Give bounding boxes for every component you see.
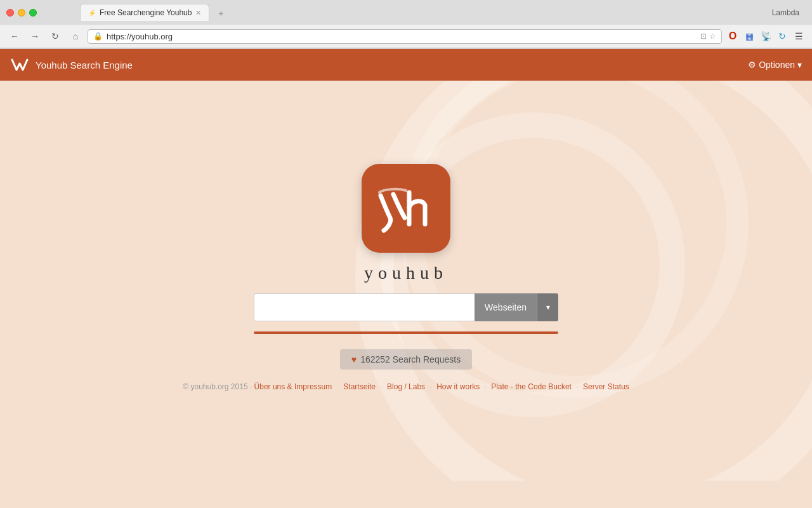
search-dropdown-button[interactable]: ▾ — [537, 293, 558, 321]
options-label: Optionen — [759, 60, 795, 70]
site-logo — [362, 164, 450, 253]
close-window-button[interactable] — [6, 9, 14, 17]
brand-name: Youhub Search Engine — [36, 60, 133, 70]
footer-separator-4: · — [485, 382, 487, 391]
home-button[interactable]: ⌂ — [67, 28, 84, 44]
browser-titlebar: ⚡ Free Searchengine Youhub ✕ + Lambda — [0, 0, 812, 25]
footer-separator-1: · — [337, 382, 339, 391]
page-content: youhub Webseiten ▾ ♥ 162252 Search Reque… — [0, 81, 812, 481]
opera-icon[interactable]: O — [726, 29, 740, 43]
heart-icon: ♥ — [351, 354, 357, 364]
menu-icon[interactable]: ☰ — [792, 29, 806, 43]
search-requests-badge: ♥ 162252 Search Requests — [340, 349, 472, 370]
search-button-label: Webseiten — [485, 302, 527, 312]
site-name: youhub — [364, 263, 448, 283]
browser-profile: Lambda — [766, 6, 806, 20]
browser-toolbar-icons: O ▦ 📡 ↻ ☰ — [726, 29, 806, 43]
footer-separator-5: · — [576, 382, 578, 391]
tab-bar: ⚡ Free Searchengine Youhub ✕ + — [42, 4, 761, 21]
search-button[interactable]: Webseiten — [475, 293, 537, 321]
footer-link-about[interactable]: Über uns & Impressum — [254, 382, 332, 391]
tab-title: Free Searchengine Youhub — [100, 8, 192, 17]
address-bar-icons: ⊡ ☆ — [700, 32, 716, 41]
page-footer: © youhub.org 2015 · Über uns & Impressum… — [183, 370, 629, 398]
footer-links: © youhub.org 2015 · Über uns & Impressum… — [183, 382, 629, 391]
sync-icon[interactable]: ↻ — [775, 29, 789, 43]
search-requests-count: 162252 Search Requests — [360, 354, 461, 364]
options-caret-icon: ▾ — [797, 60, 802, 70]
app-navbar: Youhub Search Engine ⚙ Optionen ▾ — [0, 49, 812, 81]
reload-button[interactable]: ↻ — [47, 28, 63, 44]
footer-link-server-status[interactable]: Server Status — [583, 382, 629, 391]
footer-link-startseite[interactable]: Startseite — [343, 382, 376, 391]
maximize-window-button[interactable] — [29, 9, 37, 17]
gear-icon: ⚙ — [748, 60, 756, 70]
tab-close-button[interactable]: ✕ — [195, 9, 201, 17]
new-tab-button[interactable]: + — [212, 6, 230, 21]
progress-bar — [254, 331, 558, 334]
browser-tab[interactable]: ⚡ Free Searchengine Youhub ✕ — [80, 4, 209, 21]
window-controls — [6, 9, 37, 17]
footer-copyright: © youhub.org 2015 · — [183, 382, 252, 391]
bookmark-icon[interactable]: ☆ — [709, 32, 716, 41]
extension-icon-1[interactable]: ▦ — [742, 29, 756, 43]
search-input[interactable] — [254, 293, 475, 321]
address-bar[interactable]: 🔒 https://youhub.org ⊡ ☆ — [88, 29, 722, 44]
minimize-window-button[interactable] — [18, 9, 25, 17]
back-button[interactable]: ← — [6, 28, 23, 44]
brand-logo-icon — [10, 57, 29, 72]
footer-link-blog[interactable]: Blog / Labs — [387, 382, 425, 391]
footer-link-how-it-works[interactable]: How it works — [436, 382, 480, 391]
browser-toolbar: ← → ↻ ⌂ 🔒 https://youhub.org ⊡ ☆ O ▦ 📡 ↻… — [0, 25, 812, 48]
forward-button[interactable]: → — [27, 28, 43, 44]
options-menu[interactable]: ⚙ Optionen ▾ — [748, 60, 802, 70]
tab-favicon: ⚡ — [88, 10, 96, 17]
app-brand: Youhub Search Engine — [10, 57, 133, 72]
footer-link-plate[interactable]: Plate - the Code Bucket — [491, 382, 572, 391]
rss-icon[interactable]: 📡 — [759, 29, 773, 43]
center-content: youhub Webseiten ▾ ♥ 162252 Search Reque… — [254, 164, 558, 370]
footer-separator-2: · — [380, 382, 382, 391]
reader-icon[interactable]: ⊡ — [700, 32, 707, 41]
ssl-lock-icon: 🔒 — [93, 32, 103, 41]
browser-chrome: ⚡ Free Searchengine Youhub ✕ + Lambda ← … — [0, 0, 812, 49]
search-bar-container: Webseiten ▾ — [254, 293, 558, 321]
url-text: https://youhub.org — [107, 32, 697, 41]
footer-separator-3: · — [429, 382, 431, 391]
